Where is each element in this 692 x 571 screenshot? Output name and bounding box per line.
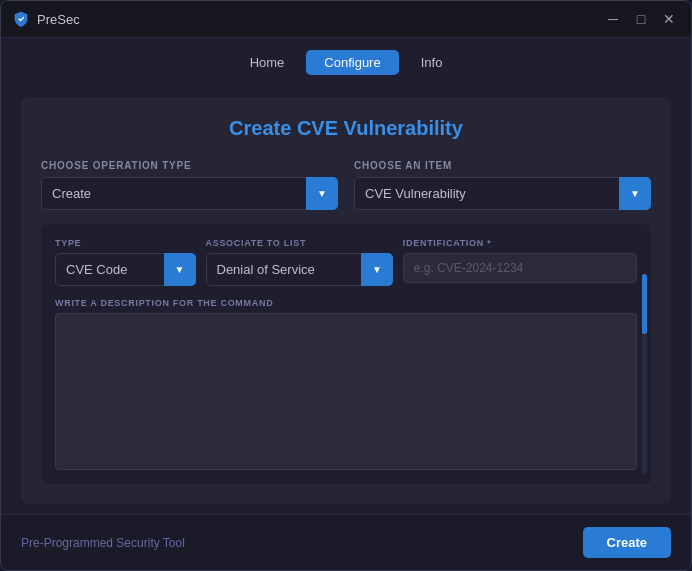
scrollbar-track (642, 274, 647, 474)
card-title: Create CVE Vulnerability (41, 117, 651, 140)
window-controls: ─ □ ✕ (603, 9, 679, 29)
operation-type-select-wrapper: Create Update Delete (41, 177, 338, 210)
identification-field-group: Identification * (403, 238, 637, 286)
nav-home[interactable]: Home (232, 50, 303, 75)
close-button[interactable]: ✕ (659, 9, 679, 29)
footer: Pre-Programmed Security Tool Create (1, 514, 691, 570)
type-select[interactable]: CVE Code CVE Description CVE ID (55, 253, 196, 286)
associate-field-group: Associate to List Denial of Service Buff… (206, 238, 393, 286)
inner-card: Type CVE Code CVE Description CVE ID Ass… (41, 224, 651, 484)
choose-item-group: Choose an Item CVE Vulnerability CVE Cod… (354, 160, 651, 210)
description-label: Write a Description for the Command (55, 298, 637, 308)
associate-label: Associate to List (206, 238, 393, 248)
description-textarea[interactable] (55, 313, 637, 470)
type-label: Type (55, 238, 196, 248)
top-row: Choose Operation Type Create Update Dele… (41, 160, 651, 210)
title-bar: PreSec ─ □ ✕ (1, 1, 691, 38)
choose-item-select[interactable]: CVE Vulnerability CVE Code Other (354, 177, 651, 210)
nav-bar: Home Configure Info (1, 38, 691, 87)
operation-type-label: Choose Operation Type (41, 160, 338, 171)
identification-input[interactable] (403, 253, 637, 283)
create-button[interactable]: Create (583, 527, 671, 558)
minimize-button[interactable]: ─ (603, 9, 623, 29)
type-select-wrapper: CVE Code CVE Description CVE ID (55, 253, 196, 286)
scrollbar-thumb[interactable] (642, 274, 647, 334)
app-title: PreSec (37, 12, 603, 27)
nav-configure[interactable]: Configure (306, 50, 398, 75)
choose-item-select-wrapper: CVE Vulnerability CVE Code Other (354, 177, 651, 210)
associate-select[interactable]: Denial of Service Buffer Overflow SQL In… (206, 253, 393, 286)
operation-type-select[interactable]: Create Update Delete (41, 177, 338, 210)
main-content: Create CVE Vulnerability Choose Operatio… (1, 87, 691, 504)
nav-info[interactable]: Info (403, 50, 461, 75)
app-icon (13, 11, 29, 27)
app-window: PreSec ─ □ ✕ Home Configure Info Create … (0, 0, 692, 571)
identification-label: Identification * (403, 238, 637, 248)
inner-top-row: Type CVE Code CVE Description CVE ID Ass… (55, 238, 637, 286)
maximize-button[interactable]: □ (631, 9, 651, 29)
associate-select-wrapper: Denial of Service Buffer Overflow SQL In… (206, 253, 393, 286)
type-field-group: Type CVE Code CVE Description CVE ID (55, 238, 196, 286)
main-card: Create CVE Vulnerability Choose Operatio… (21, 97, 671, 504)
footer-text: Pre-Programmed Security Tool (21, 536, 185, 550)
operation-type-group: Choose Operation Type Create Update Dele… (41, 160, 338, 210)
choose-item-label: Choose an Item (354, 160, 651, 171)
